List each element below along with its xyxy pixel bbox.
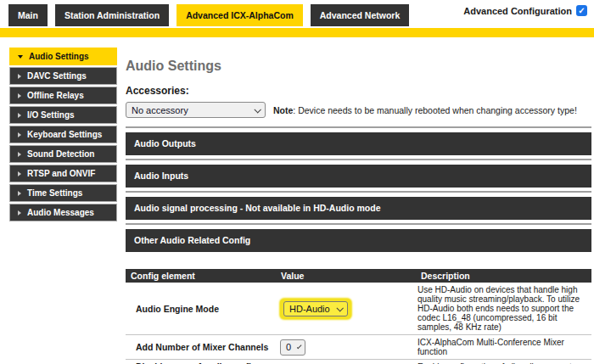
tab-main[interactable]: Main	[8, 4, 48, 26]
sidebar-item-keyboard-settings[interactable]: Keyboard Settings	[9, 126, 117, 143]
chevron-right-icon	[18, 93, 21, 98]
accordion-other-audio-related-config[interactable]: Other Audio Related Config	[126, 229, 591, 252]
config-label: Add Number of Mixer Channels	[126, 335, 276, 360]
accessory-select[interactable]: No accessory	[126, 102, 266, 118]
brand-accent-bar	[0, 28, 594, 37]
config-label: Disable sync of audio config from Alphac…	[126, 360, 276, 364]
sidebar-item-offline-relays[interactable]: Offline Relays	[9, 87, 117, 104]
sidebar-item-label: I/O Settings	[27, 110, 75, 120]
sidebar-item-audio-settings[interactable]: Audio Settings	[9, 48, 117, 65]
sidebar-item-audio-messages[interactable]: Audio Messages	[9, 204, 117, 221]
settings-sidebar: Audio Settings DAVC Settings Offline Rel…	[0, 48, 117, 364]
tab-advanced-network[interactable]: Advanced Network	[311, 4, 410, 26]
top-tab-bar: Main Station Administration Advanced ICX…	[0, 0, 594, 26]
mixer-channels-value: 0	[286, 342, 291, 352]
config-table: Config element Value Description Audio E…	[126, 269, 591, 364]
column-header-config-element: Config element	[126, 269, 276, 283]
chevron-down-icon	[297, 344, 302, 350]
config-description: Enable configuration of all audio parame…	[416, 360, 591, 364]
chevron-down-icon	[336, 305, 343, 311]
sidebar-item-sound-detection[interactable]: Sound Detection	[9, 145, 117, 163]
section-audio-outputs: Audio Outputs	[126, 126, 591, 155]
table-row-disable-sync-of-audio-config: Disable sync of audio config from Alphac…	[126, 360, 591, 364]
accessories-row: No accessory Note: Device needs to be ma…	[126, 102, 591, 118]
sidebar-item-label: RTSP and ONVIF	[27, 169, 95, 178]
tab-advanced-icx-alphacom[interactable]: Advanced ICX-AlphaCom	[177, 4, 303, 26]
page-content: Audio Settings DAVC Settings Offline Rel…	[0, 37, 594, 364]
chevron-right-icon	[18, 74, 21, 79]
column-header-value: Value	[276, 269, 416, 283]
sidebar-item-time-settings[interactable]: Time Settings	[9, 184, 117, 202]
accessories-label: Accessories:	[126, 85, 591, 97]
accordion-audio-signal-processing[interactable]: Audio signal processing - Not available …	[126, 197, 591, 220]
sidebar-item-rtsp-and-onvif[interactable]: RTSP and ONVIF	[9, 165, 117, 182]
page-title: Audio Settings	[126, 59, 591, 74]
note-text: : Device needs to be manually rebooted w…	[293, 105, 576, 115]
section-audio-inputs: Audio Inputs	[126, 159, 591, 188]
chevron-down-icon	[18, 55, 23, 59]
sidebar-item-label: Keyboard Settings	[27, 130, 102, 139]
accordion-audio-inputs[interactable]: Audio Inputs	[126, 165, 591, 188]
audio-engine-mode-select[interactable]: HD-Audio	[283, 301, 348, 316]
column-header-description: Description	[416, 269, 591, 283]
accordion-audio-outputs[interactable]: Audio Outputs	[126, 132, 591, 155]
config-description: ICX-AlphaCom Multi-Conference Mixer func…	[416, 335, 591, 360]
config-description: Use HD-Audio on devices that handle high…	[416, 283, 591, 335]
table-row-audio-engine-mode: Audio Engine Mode HD-Audio Use HD-Audio …	[126, 283, 591, 335]
advanced-configuration-label: Advanced Configuration	[463, 6, 572, 16]
chevron-right-icon	[18, 171, 21, 176]
config-label: Audio Engine Mode	[126, 283, 276, 335]
mixer-channels-select[interactable]: 0	[280, 339, 305, 356]
sidebar-item-label: Time Settings	[27, 188, 82, 198]
chevron-right-icon	[18, 113, 21, 118]
sidebar-item-label: Sound Detection	[27, 149, 94, 159]
section-audio-signal-processing: Audio signal processing - Not available …	[126, 191, 591, 220]
advanced-configuration-toggle: Advanced Configuration ✓	[463, 5, 587, 16]
accessory-select-value: No accessory	[132, 105, 188, 115]
chevron-right-icon	[18, 210, 21, 216]
sidebar-item-label: DAVC Settings	[27, 71, 87, 81]
note-label: Note	[273, 105, 293, 115]
sidebar-item-io-settings[interactable]: I/O Settings	[9, 106, 117, 124]
advanced-configuration-checkbox[interactable]: ✓	[576, 5, 587, 16]
accessory-note: Note: Device needs to be manually reboot…	[273, 105, 577, 115]
chevron-right-icon	[18, 191, 21, 196]
chevron-down-icon	[254, 106, 261, 113]
sidebar-item-label: Audio Settings	[29, 52, 89, 61]
main-panel: Audio Settings Accessories: No accessory…	[126, 37, 591, 364]
chevron-right-icon	[18, 132, 21, 137]
sidebar-item-davc-settings[interactable]: DAVC Settings	[9, 67, 117, 85]
tab-station-administration[interactable]: Station Administration	[55, 4, 169, 26]
sidebar-item-label: Audio Messages	[27, 208, 94, 217]
audio-engine-mode-value: HD-Audio	[289, 304, 330, 314]
highlight-annotation: HD-Audio	[280, 299, 351, 319]
config-table-header-row: Config element Value Description	[126, 269, 591, 283]
section-other-audio-related-config: Other Audio Related Config	[126, 223, 591, 252]
table-row-add-number-of-mixer-channels: Add Number of Mixer Channels 0 ICX-Alpha…	[126, 335, 591, 360]
sidebar-item-label: Offline Relays	[27, 91, 84, 100]
chevron-right-icon	[18, 152, 21, 157]
